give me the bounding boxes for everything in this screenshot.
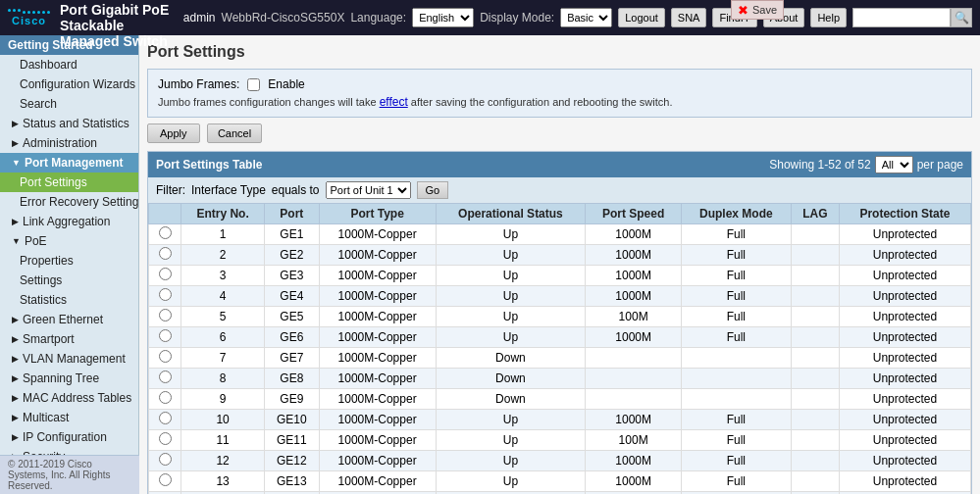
row-lag — [791, 307, 839, 327]
table-row: 1 GE1 1000M-Copper Up 1000M Full Unprote… — [149, 224, 971, 245]
row-lag — [791, 286, 839, 307]
row-op-status: Up — [436, 266, 586, 286]
sna-button[interactable]: SNA — [671, 8, 707, 27]
table-row: 12 GE12 1000M-Copper Up 1000M Full Unpro… — [149, 451, 971, 471]
row-port-type: 1000M-Copper — [319, 348, 436, 369]
port-settings-table: Entry No. Port Port Type Operational Sta… — [148, 203, 971, 494]
sidebar-item-administration[interactable]: ▶ Administration — [0, 133, 138, 153]
row-radio-cell[interactable] — [149, 286, 181, 307]
row-port: GE11 — [264, 430, 319, 451]
row-entry: 2 — [181, 245, 265, 266]
search-button[interactable]: 🔍 — [951, 8, 972, 27]
sidebar-item-vlan-management[interactable]: ▶ VLAN Management — [0, 349, 138, 369]
filter-label: Filter: — [156, 183, 185, 197]
row-duplex: Full — [681, 286, 791, 307]
row-radio-cell[interactable] — [149, 327, 181, 348]
cancel-button[interactable]: Cancel — [207, 124, 262, 143]
row-radio[interactable] — [159, 247, 172, 260]
row-radio[interactable] — [159, 329, 172, 342]
logout-button[interactable]: Logout — [618, 8, 665, 27]
row-radio[interactable] — [159, 453, 172, 466]
save-bar: ✖ Save — [731, 0, 784, 20]
filter-value-select[interactable]: Port of Unit 1 Port of Unit 2 — [326, 181, 411, 199]
row-radio-cell[interactable] — [149, 245, 181, 266]
sidebar-item-multicast[interactable]: ▶ Multicast — [0, 408, 138, 427]
row-radio[interactable] — [159, 370, 172, 383]
row-radio-cell[interactable] — [149, 266, 181, 286]
row-lag — [791, 410, 839, 430]
sidebar-item-dashboard[interactable]: Dashboard — [0, 55, 138, 74]
table-row: 11 GE11 1000M-Copper Up 100M Full Unprot… — [149, 430, 971, 451]
row-radio-cell[interactable] — [149, 471, 181, 492]
row-duplex: Full — [681, 245, 791, 266]
col-duplex: Duplex Mode — [681, 204, 791, 224]
row-radio[interactable] — [159, 350, 172, 363]
sidebar-item-green-ethernet[interactable]: ▶ Green Ethernet — [0, 310, 138, 329]
chevron-down-icon: ▼ — [12, 236, 21, 246]
row-entry: 5 — [181, 307, 265, 327]
row-radio-cell[interactable] — [149, 307, 181, 327]
search-input[interactable] — [852, 8, 951, 27]
table-row: 10 GE10 1000M-Copper Up 1000M Full Unpro… — [149, 410, 971, 430]
per-page-select[interactable]: All 10 25 50 — [875, 156, 913, 173]
sidebar-item-ip-configuration[interactable]: ▶ IP Configuration — [0, 427, 138, 447]
filter-go-button[interactable]: Go — [417, 181, 449, 199]
save-label[interactable]: Save — [752, 4, 777, 16]
col-protection: Protection State — [839, 204, 970, 224]
apply-button[interactable]: Apply — [147, 124, 200, 143]
sidebar-item-poe-properties[interactable]: Properties — [0, 251, 138, 271]
save-close-icon[interactable]: ✖ — [738, 3, 748, 18]
row-radio[interactable] — [159, 226, 172, 239]
sidebar-item-mac-address-tables[interactable]: ▶ MAC Address Tables — [0, 388, 138, 408]
chevron-right-icon: ▶ — [12, 334, 19, 344]
cisco-logo: Cisco — [8, 9, 50, 26]
row-port-type: 1000M-Copper — [319, 410, 436, 430]
row-radio[interactable] — [159, 288, 172, 301]
sidebar-item-spanning-tree[interactable]: ▶ Spanning Tree — [0, 369, 138, 388]
col-port-speed: Port Speed — [586, 204, 682, 224]
row-port-speed: 1000M — [586, 245, 682, 266]
sidebar-item-search[interactable]: Search — [0, 94, 138, 114]
sidebar-item-poe-statistics[interactable]: Statistics — [0, 290, 138, 310]
device-id: WebbRd-CiscoSG550X — [222, 11, 345, 25]
row-radio[interactable] — [159, 268, 172, 280]
row-op-status: Down — [436, 369, 586, 389]
row-op-status: Up — [436, 327, 586, 348]
row-radio[interactable] — [159, 473, 172, 486]
row-radio-cell[interactable] — [149, 369, 181, 389]
row-protection: Unprotected — [839, 327, 970, 348]
row-port-speed: 100M — [586, 307, 682, 327]
display-mode-select[interactable]: Basic — [560, 8, 612, 27]
row-protection: Unprotected — [839, 430, 970, 451]
row-op-status: Up — [436, 224, 586, 245]
row-lag — [791, 348, 839, 369]
language-select[interactable]: English — [412, 8, 474, 27]
row-radio-cell[interactable] — [149, 224, 181, 245]
row-radio-cell[interactable] — [149, 410, 181, 430]
row-radio-cell[interactable] — [149, 451, 181, 471]
jumbo-frames-checkbox[interactable] — [247, 78, 260, 91]
help-button[interactable]: Help — [810, 8, 847, 27]
sidebar-item-port-management[interactable]: ▼ Port Management — [0, 153, 138, 173]
row-protection: Unprotected — [839, 389, 970, 410]
row-entry: 9 — [181, 389, 265, 410]
sidebar-item-error-recovery[interactable]: Error Recovery Settings — [0, 192, 138, 212]
row-radio[interactable] — [159, 432, 172, 445]
row-radio-cell[interactable] — [149, 389, 181, 410]
row-radio-cell[interactable] — [149, 430, 181, 451]
sidebar-item-poe[interactable]: ▼ PoE — [0, 231, 138, 251]
sidebar-item-poe-settings[interactable]: Settings — [0, 271, 138, 290]
sidebar-item-configuration-wizards[interactable]: Configuration Wizards — [0, 74, 138, 94]
row-radio[interactable] — [159, 412, 172, 424]
row-radio[interactable] — [159, 309, 172, 321]
table-row: 8 GE8 1000M-Copper Down Unprotected — [149, 369, 971, 389]
sidebar-item-status-statistics[interactable]: ▶ Status and Statistics — [0, 114, 138, 133]
sidebar-item-link-aggregation[interactable]: ▶ Link Aggregation — [0, 212, 138, 231]
row-port: GE10 — [264, 410, 319, 430]
row-port-type: 1000M-Copper — [319, 307, 436, 327]
row-radio[interactable] — [159, 391, 172, 404]
row-radio-cell[interactable] — [149, 348, 181, 369]
sidebar-item-port-settings[interactable]: Port Settings — [0, 173, 138, 192]
sidebar-item-smartport[interactable]: ▶ Smartport — [0, 329, 138, 349]
table-row: 5 GE5 1000M-Copper Up 100M Full Unprotec… — [149, 307, 971, 327]
